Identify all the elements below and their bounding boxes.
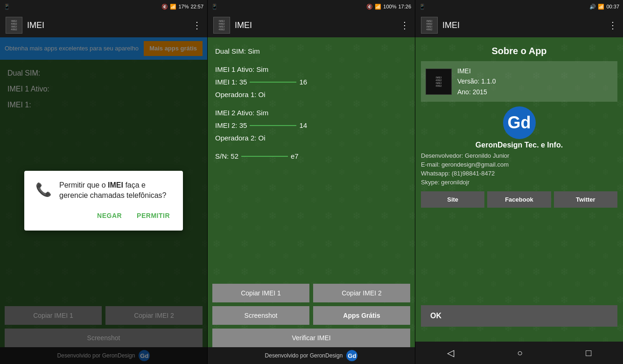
copy-imei1-btn-2[interactable]: Copiar IMEI 1: [212, 284, 309, 302]
app-bar-3: IMEI4892IMEI4892 IMEI ⋮: [415, 13, 623, 37]
content-1: ❄ ❄ Obtenha mais apps excelentes para se…: [0, 37, 207, 364]
footer-2: Desenvolvido por GeronDesign Gd: [208, 347, 415, 364]
imei2-active-row-2: IMEI 2 Ativo: Sim: [215, 106, 407, 119]
status-bar-3: 📱 🔊 📶 00:37: [415, 0, 623, 13]
footer-logo-2: Gd: [346, 350, 357, 361]
copy-imei2-btn-2[interactable]: Copiar IMEI 2: [313, 284, 410, 302]
menu-button-2[interactable]: ⋮: [400, 20, 409, 31]
about-app-name: IMEI: [457, 66, 496, 76]
verificar-imei-btn[interactable]: Verificar IMEI: [212, 329, 410, 347]
skype-detail: Skype: geronildojr: [421, 178, 617, 187]
phone-screen-2: 📱 🔇 📶 100% 17:26 IMEI4892IMEI4892 IMEI ⋮…: [208, 0, 415, 364]
signal-icon-3: 📱: [419, 4, 426, 10]
gd-logo-text: Gd: [508, 113, 531, 133]
about-app-info: IMEI Versão: 1.1.0 Ano: 2015: [457, 66, 496, 97]
signal-icon-2: 📱: [211, 4, 218, 10]
home-nav-icon[interactable]: ○: [517, 348, 523, 358]
about-year: Ano: 2015: [457, 87, 496, 97]
dialog-actions: NEGAR PERMITIR: [35, 208, 172, 223]
content-2: ❄ ❄ Dual SIM: Sim IMEI 1 Ativo: Sim IMEI…: [208, 37, 415, 364]
bottom-buttons-2: Copiar IMEI 1 Copiar IMEI 2 Screenshot A…: [208, 284, 415, 347]
status-bar-right-2: 🔇 📶 100% 17:26: [366, 4, 411, 10]
menu-button-3[interactable]: ⋮: [608, 20, 617, 31]
app-icon-2: IMEI4892IMEI4892: [213, 17, 230, 34]
apps-gratis-btn[interactable]: Apps Grátis: [313, 306, 410, 325]
twitter-button[interactable]: Twitter: [554, 191, 617, 208]
phone-screen-1: 📱 🔇 📶 17% 22:57 IMEI4892IMEI4892 IMEI ⋮ …: [0, 0, 208, 364]
app-title-2: IMEI: [235, 21, 395, 30]
imei1-row-2: IMEI 1: 35 16: [215, 76, 407, 88]
deny-button[interactable]: NEGAR: [95, 208, 124, 223]
app-icon-1: IMEI4892IMEI4892: [6, 17, 22, 34]
phone-icon: 📞: [35, 182, 52, 197]
email-detail: E-mail: gerondesign@gmail.com: [421, 160, 617, 169]
nav-bar: ◁ ○ □: [415, 342, 623, 364]
dialog-overlay: 📞 Permitir que o IMEI faça e gerencie ch…: [0, 37, 207, 364]
facebook-button[interactable]: Facebook: [487, 191, 551, 208]
status-bar-left-1: 📱: [4, 4, 10, 10]
battery-label-1: 17%: [178, 4, 189, 9]
imei1-active-row-2: IMEI 1 Ativo: Sim: [215, 63, 407, 76]
app-title-1: IMEI: [27, 21, 188, 30]
company-name: GeronDesign Tec. e Info.: [476, 141, 563, 149]
sn-row-2: S/N: 52 e7: [215, 150, 407, 162]
dialog-text: Permitir que o IMEI faça e gerencie cham…: [59, 180, 172, 201]
app-bar-2: IMEI4892IMEI4892 IMEI ⋮: [208, 13, 415, 37]
screenshot-btn-2[interactable]: Screenshot: [212, 306, 309, 325]
gd-logo-circle: Gd: [503, 106, 536, 139]
dual-sim-row-2: Dual SIM: Sim: [215, 45, 407, 57]
about-app-icon: IMEI4892IMEI4892: [426, 69, 452, 95]
battery-label-3: 00:37: [606, 4, 619, 9]
wifi-icon-1: 📶: [170, 4, 176, 10]
footer-text-2: Desenvolvido por GeronDesign: [265, 352, 343, 359]
sn-line-2: [241, 156, 288, 157]
time-label-1: 22:57: [190, 4, 203, 9]
signal-icon-1: 📱: [4, 4, 10, 10]
status-bar-right-1: 🔇 📶 17% 22:57: [161, 4, 203, 10]
wifi-icon-3: 📶: [598, 4, 604, 10]
operadora2-row-2: Operadora 2: Oi: [215, 132, 407, 144]
about-version: Versão: 1.1.0: [457, 76, 496, 86]
dialog-header: 📞 Permitir que o IMEI faça e gerencie ch…: [35, 180, 172, 201]
whatsapp-detail: Whatsapp: (81)98841-8472: [421, 169, 617, 178]
status-bar-left-2: 📱: [211, 4, 218, 10]
menu-button-1[interactable]: ⋮: [192, 20, 202, 31]
time-label-2: 17:26: [398, 4, 411, 9]
permit-button[interactable]: PERMITIR: [135, 208, 172, 223]
ok-button[interactable]: OK: [421, 305, 617, 327]
imei2-row-2: IMEI 2: 35 14: [215, 119, 407, 132]
info-section-2: Dual SIM: Sim IMEI 1 Ativo: Sim IMEI 1: …: [208, 37, 415, 168]
app-icon-3: IMEI4892IMEI4892: [421, 17, 438, 34]
about-app-row: IMEI4892IMEI4892 IMEI Versão: 1.1.0 Ano:…: [421, 61, 617, 102]
back-nav-icon[interactable]: ◁: [447, 347, 454, 358]
developer-detail: Desenvolvedor: Geronildo Junior: [421, 151, 617, 160]
content-3: ❄ ❄ Sobre o App IMEI4892IMEI4892 IMEI Ve…: [415, 37, 623, 364]
app-bar-1: IMEI4892IMEI4892 IMEI ⋮: [0, 13, 207, 37]
ok-section: OK: [415, 305, 623, 327]
mute-icon-2: 🔇: [366, 4, 373, 10]
operadora1-row-2: Operadora 1: Oi: [215, 88, 407, 101]
battery-label-2: 100%: [383, 4, 396, 9]
phone-screen-3: 📱 🔊 📶 00:37 IMEI4892IMEI4892 IMEI ⋮ ❄ ❄: [415, 0, 623, 364]
wifi-icon-2: 📶: [375, 4, 381, 10]
about-section: Sobre o App IMEI4892IMEI4892 IMEI Versão…: [415, 37, 623, 211]
imei1-line-2: [250, 82, 296, 83]
mute-icon-1: 🔇: [161, 4, 168, 10]
sound-icon-3: 🔊: [589, 4, 596, 10]
gd-logo-section: Gd GeronDesign Tec. e Info.: [421, 106, 617, 149]
about-title: Sobre o App: [421, 41, 617, 61]
copy-btn-row-2: Copiar IMEI 1 Copiar IMEI 2: [212, 284, 410, 302]
app-title-3: IMEI: [442, 21, 603, 30]
recent-nav-icon[interactable]: □: [586, 348, 591, 358]
screenshot-apps-row: Screenshot Apps Grátis: [212, 306, 410, 325]
status-bar-right-3: 🔊 📶 00:37: [589, 4, 619, 10]
status-bar-left-3: 📱: [419, 4, 426, 10]
status-bar-1: 📱 🔇 📶 17% 22:57: [0, 0, 207, 13]
site-button[interactable]: Site: [421, 191, 484, 208]
social-buttons: Site Facebook Twitter: [421, 191, 617, 208]
status-bar-2: 📱 🔇 📶 100% 17:26: [208, 0, 415, 13]
imei2-line-2: [250, 125, 296, 126]
permission-dialog: 📞 Permitir que o IMEI faça e gerencie ch…: [24, 171, 183, 231]
